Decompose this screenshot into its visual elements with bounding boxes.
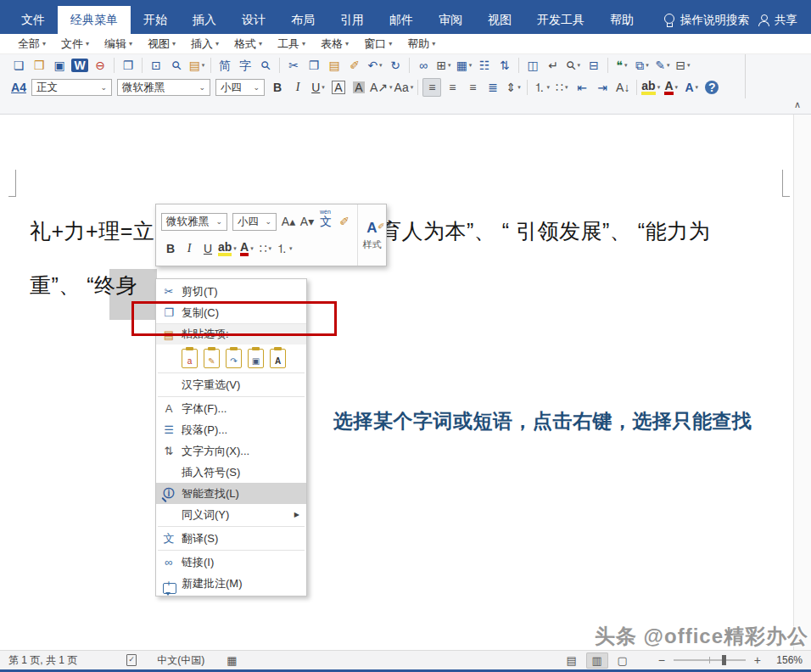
search-button[interactable]: ⚲▾ xyxy=(564,56,583,75)
grow-font-button[interactable]: A▴ xyxy=(280,213,297,230)
font-select[interactable]: 微软雅黑 ⌄ xyxy=(117,79,210,96)
print-options-button[interactable]: ▤▾ xyxy=(187,56,206,75)
text-box-button[interactable]: ⊟▾ xyxy=(674,56,692,75)
bullets-button[interactable]: ∷▾ xyxy=(552,78,571,97)
print-button[interactable]: ⊡ xyxy=(147,56,165,75)
numbering-button[interactable]: ⒈▾ xyxy=(276,240,293,257)
distribute-button[interactable]: ≣ xyxy=(484,78,502,97)
numbering-button[interactable]: ⒈▾ xyxy=(532,78,551,97)
italic-button[interactable]: I xyxy=(181,240,198,257)
bullets-button[interactable]: ∷▾ xyxy=(257,240,274,257)
page-count-status[interactable]: 第 1 页, 共 1 页 xyxy=(8,653,77,668)
decrease-indent-button[interactable]: ⇤ xyxy=(573,78,591,97)
zoom-slider-thumb[interactable] xyxy=(722,655,726,665)
paste-keep-source-formatting[interactable]: a xyxy=(182,349,198,368)
text-direction-button[interactable]: ⇅ xyxy=(495,56,514,75)
style-select[interactable]: 正文 ⌄ xyxy=(31,79,112,96)
tab-developer[interactable]: 开发工具 xyxy=(524,6,597,34)
styles-button[interactable]: A✐▾ 样式 xyxy=(357,204,386,266)
proofing-icon[interactable] xyxy=(126,654,137,666)
collapse-ribbon-button[interactable]: ∧ xyxy=(794,99,801,110)
format-painter-button[interactable]: ✐ xyxy=(345,56,364,75)
open-folder-button[interactable]: ❒ xyxy=(30,56,48,75)
font-color-button[interactable]: A▾ xyxy=(238,240,255,257)
edit-document-button[interactable]: ✎▾ xyxy=(653,56,672,75)
close-document-button[interactable]: ⊖ xyxy=(91,56,109,75)
menu-item-copy[interactable]: ❐复制(C) xyxy=(156,302,306,323)
menu-item-new-comment[interactable]: +新建批注(M) xyxy=(156,573,306,594)
menu-item-paragraph[interactable]: ☰段落(P)... xyxy=(156,419,306,440)
highlight-button[interactable]: ab▾ xyxy=(218,240,237,257)
help-button[interactable]: ? xyxy=(702,78,721,97)
columns-button[interactable]: ☷ xyxy=(475,56,494,75)
new-comment-button[interactable]: ❝▾ xyxy=(612,56,631,75)
menu-insert[interactable]: 插入▾ xyxy=(183,34,227,53)
undo-button[interactable]: ↶▾ xyxy=(366,56,384,75)
cjk-convert-button[interactable]: 简 xyxy=(215,56,234,75)
bold-button[interactable]: B xyxy=(162,240,179,257)
tab-review[interactable]: 审阅 xyxy=(426,6,475,34)
zoom-out-button[interactable]: − xyxy=(654,653,669,667)
zoom-in-button[interactable]: + xyxy=(750,653,765,667)
cut-button[interactable]: ✂ xyxy=(284,56,303,75)
char-effects-button[interactable]: A▾ xyxy=(682,78,701,97)
mini-font-size-select[interactable]: 小四 ⌄ xyxy=(232,213,277,231)
change-case-button[interactable]: Aa▾ xyxy=(394,78,414,97)
word-document-button[interactable]: W xyxy=(70,56,89,75)
font-size-select[interactable]: 小四 ⌄ xyxy=(215,79,265,96)
copy-button[interactable]: ❐ xyxy=(305,56,323,75)
sort-button[interactable]: A↓ xyxy=(613,78,632,97)
read-mode-button[interactable]: ▤ xyxy=(561,652,583,669)
menu-help[interactable]: 帮助▾ xyxy=(400,34,443,53)
cross-reference-button[interactable]: ↵ xyxy=(544,56,562,75)
menu-item-cut[interactable]: ✂剪切(T) xyxy=(156,281,306,302)
menu-file[interactable]: 文件▾ xyxy=(53,34,97,53)
language-status[interactable]: 中文(中国) xyxy=(157,653,204,668)
font-color-button[interactable]: A▾ xyxy=(662,78,680,97)
char-shading-button[interactable]: A xyxy=(350,78,368,97)
tab-help[interactable]: 帮助 xyxy=(597,6,646,34)
char-border-button[interactable]: A xyxy=(329,78,348,97)
tab-classic-menu[interactable]: 经典菜单 xyxy=(58,6,131,34)
tab-view[interactable]: 视图 xyxy=(475,6,524,34)
table-button[interactable]: ▦▾ xyxy=(455,56,473,75)
zoom-slider[interactable] xyxy=(674,659,746,661)
align-left-button[interactable]: ≡ xyxy=(422,78,441,97)
redo-button[interactable]: ↻ xyxy=(386,56,405,75)
menu-item-insert-symbol[interactable]: 插入符号(S) xyxy=(156,462,306,483)
tab-file[interactable]: 文件 xyxy=(8,6,58,34)
input-mode-icon[interactable]: ▦ xyxy=(227,654,237,667)
italic-button[interactable]: I xyxy=(288,78,307,97)
paste-picture[interactable]: ▣ xyxy=(248,349,264,368)
highlight-button[interactable]: ab▾ xyxy=(641,78,660,97)
zoom-level[interactable]: 156% xyxy=(765,654,803,666)
menu-item-text-direction[interactable]: ⇅文字方向(X)... xyxy=(156,440,306,462)
menu-format[interactable]: 格式▾ xyxy=(227,34,270,53)
menu-item-smart-lookup[interactable]: ⓘ智能查找(L) xyxy=(156,483,306,504)
paste-merge-formatting[interactable]: ✎ xyxy=(204,349,220,368)
print-layout-button[interactable]: ▥ xyxy=(586,652,608,669)
find-button[interactable]: ⚲ xyxy=(256,56,275,75)
borders-button[interactable]: ⊞▾ xyxy=(434,56,453,75)
spell-check-button[interactable]: 字 xyxy=(236,56,254,75)
menu-edit[interactable]: 编辑▾ xyxy=(97,34,140,53)
copy-document-button[interactable]: ❐ xyxy=(119,56,137,75)
line-spacing-button[interactable]: ⇕▾ xyxy=(504,78,523,97)
menu-item-link[interactable]: ∞链接(I) xyxy=(156,552,306,573)
menu-item-font[interactable]: A字体(F)... xyxy=(156,398,306,419)
align-center-button[interactable]: ≡ xyxy=(443,78,461,97)
char-scale-button[interactable]: A↗▾ xyxy=(370,78,393,97)
menu-view[interactable]: 视图▾ xyxy=(140,34,183,53)
styles-gallery-button[interactable]: A4 xyxy=(9,78,28,97)
document-canvas[interactable]: 礼+力+理=立 育人为本”、 “ 引领发展”、 “能力为 重”、 “终身 选择某… xyxy=(0,114,811,650)
paste-link[interactable]: ↷ xyxy=(226,349,242,368)
phonetic-guide-button[interactable]: 文 xyxy=(317,213,334,230)
hyperlink-globe-button[interactable]: ∞ xyxy=(414,56,433,75)
align-right-button[interactable]: ≡ xyxy=(463,78,482,97)
menu-tools[interactable]: 工具▾ xyxy=(270,34,313,53)
pages-button[interactable]: ⧉▾ xyxy=(633,56,652,75)
tab-references[interactable]: 引用 xyxy=(327,6,377,34)
tab-layout[interactable]: 布局 xyxy=(278,6,327,34)
format-painter-button[interactable]: ✐ xyxy=(336,213,353,230)
menu-item-synonyms[interactable]: 同义词(Y)▶ xyxy=(156,504,306,525)
